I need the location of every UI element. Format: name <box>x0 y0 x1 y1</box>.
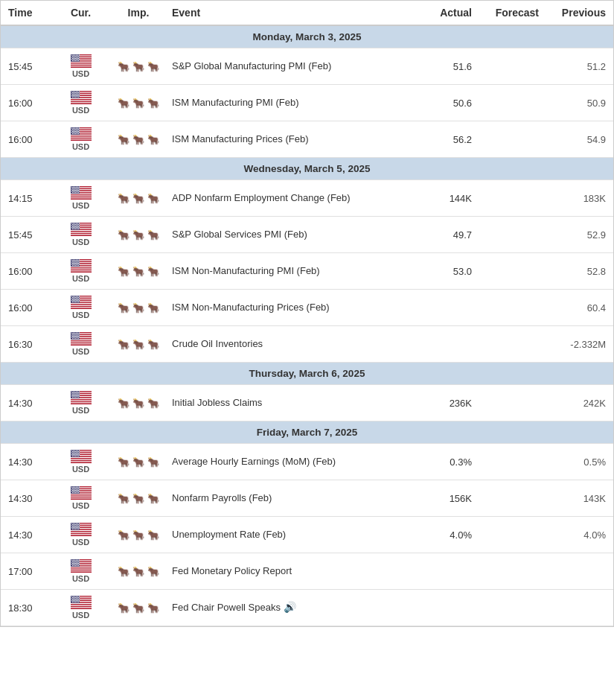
svg-point-512 <box>71 492 72 493</box>
svg-point-132 <box>74 132 74 133</box>
event-name: S&P Global Manufacturing PMI (Feb) <box>172 60 331 73</box>
svg-point-314 <box>73 299 74 300</box>
importance-icon: 🐂 🐂 🐂 <box>118 529 159 541</box>
speaker-icon: 🔊 <box>284 601 296 613</box>
svg-point-597 <box>74 563 75 564</box>
currency-label: USD <box>72 347 89 356</box>
svg-point-22 <box>74 56 75 57</box>
svg-point-489 <box>78 487 79 488</box>
time-cell: 16:30 <box>8 339 57 350</box>
svg-point-408 <box>73 395 74 395</box>
svg-point-18 <box>77 55 77 56</box>
svg-point-171 <box>78 188 79 189</box>
svg-point-45 <box>76 60 77 61</box>
svg-point-357 <box>75 334 76 335</box>
actual-cell: 49.7 <box>412 229 472 241</box>
svg-point-467 <box>74 456 75 456</box>
svg-rect-291 <box>71 305 92 305</box>
svg-point-317 <box>77 299 78 300</box>
previous-value: -2.332M <box>570 339 606 350</box>
importance-cell: 🐂 🐂 🐂 <box>105 398 172 409</box>
svg-point-599 <box>77 563 78 564</box>
currency-cell: USD <box>57 259 105 283</box>
event-cell: Nonfarm Payrolls (Feb) <box>172 491 412 505</box>
svg-point-438 <box>72 451 73 451</box>
event-name: ISM Non-Manufacturing Prices (Feb) <box>172 301 330 314</box>
svg-point-224 <box>71 227 71 228</box>
svg-point-279 <box>74 265 75 266</box>
time-value: 14:30 <box>8 493 33 504</box>
table-row: 14:30 <box>1 517 613 553</box>
svg-point-274 <box>75 264 76 264</box>
svg-point-65 <box>77 92 77 92</box>
svg-point-627 <box>74 596 74 597</box>
svg-point-207 <box>78 223 79 224</box>
day-separator: Thursday, March 6, 2025 <box>1 363 613 385</box>
svg-point-28 <box>75 57 76 57</box>
svg-point-118 <box>77 129 78 130</box>
svg-point-639 <box>75 598 76 599</box>
svg-point-544 <box>74 525 74 526</box>
svg-point-173 <box>73 190 74 191</box>
previous-cell: 60.4 <box>539 302 606 314</box>
importance-icon: 🐂 🐂 🐂 <box>118 456 159 468</box>
svg-point-119 <box>71 130 71 130</box>
svg-point-407 <box>71 395 72 395</box>
header-imp: Imp. <box>105 7 172 19</box>
previous-cell: 242K <box>539 398 606 409</box>
currency-cell: USD <box>57 559 105 583</box>
importance-cell: 🐂 🐂 🐂 <box>105 134 172 145</box>
previous-cell: 50.9 <box>539 98 606 109</box>
table-row: 14:15 <box>1 180 613 217</box>
svg-point-167 <box>72 188 73 189</box>
actual-value: 50.6 <box>453 98 472 109</box>
actual-value: 53.0 <box>453 266 472 277</box>
svg-point-272 <box>72 264 73 264</box>
svg-point-558 <box>78 527 79 528</box>
importance-icon: 🐂 🐂 🐂 <box>118 61 159 72</box>
svg-point-455 <box>73 454 74 454</box>
currency-cell: USD <box>57 486 105 510</box>
event-name: Average Hourly Earnings (MoM) (Feb) <box>172 455 336 468</box>
svg-point-134 <box>77 132 77 133</box>
svg-point-256 <box>73 261 74 261</box>
svg-point-412 <box>71 395 71 396</box>
svg-rect-8 <box>71 63 92 63</box>
previous-cell: 51.2 <box>539 61 606 72</box>
svg-rect-10 <box>71 65 92 66</box>
svg-point-316 <box>76 299 77 300</box>
svg-point-508 <box>74 491 74 491</box>
svg-point-468 <box>76 456 77 456</box>
svg-point-178 <box>72 191 73 191</box>
svg-point-296 <box>71 296 71 297</box>
svg-point-593 <box>77 561 77 562</box>
header-event: Event <box>172 7 412 19</box>
svg-point-93 <box>77 97 78 98</box>
svg-rect-479 <box>71 495 92 496</box>
time-cell: 15:45 <box>8 61 57 72</box>
svg-point-398 <box>74 392 75 393</box>
svg-point-159 <box>77 187 77 188</box>
svg-point-306 <box>77 297 78 298</box>
svg-point-265 <box>78 261 79 262</box>
svg-point-234 <box>77 229 78 229</box>
svg-point-24 <box>77 56 78 57</box>
svg-rect-340 <box>71 343 92 344</box>
importance-icon: 🐂 🐂 🐂 <box>118 339 159 350</box>
previous-value: 60.4 <box>587 302 606 314</box>
time-value: 14:30 <box>8 398 33 409</box>
time-value: 16:00 <box>8 134 33 145</box>
currency-cell: USD <box>57 91 105 115</box>
svg-point-313 <box>71 299 72 300</box>
svg-rect-572 <box>71 567 92 568</box>
previous-value: 54.9 <box>587 134 606 145</box>
svg-point-537 <box>71 524 72 525</box>
svg-rect-9 <box>71 63 92 64</box>
svg-point-135 <box>78 132 79 133</box>
svg-point-281 <box>77 265 78 266</box>
svg-point-655 <box>74 602 75 602</box>
currency-cell: USD <box>57 523 105 547</box>
svg-point-228 <box>77 227 77 228</box>
svg-point-232 <box>74 229 75 229</box>
svg-point-39 <box>75 59 76 60</box>
